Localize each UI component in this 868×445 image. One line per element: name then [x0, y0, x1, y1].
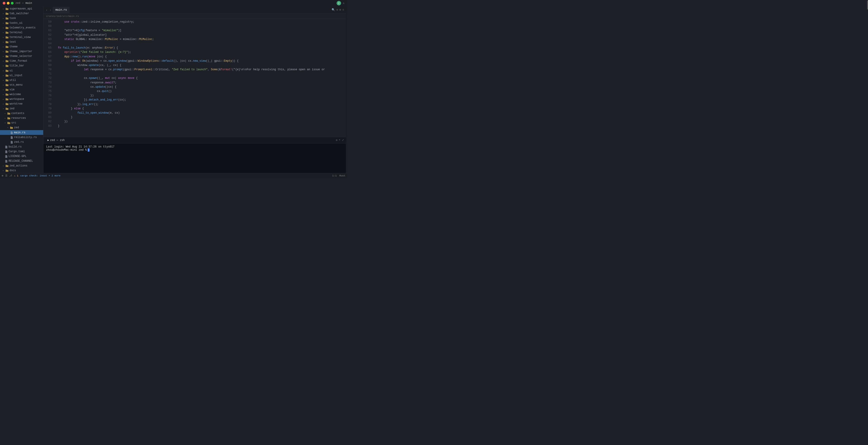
sidebar-item-tab_switcher[interactable]: ▸tab_switcher: [0, 11, 43, 16]
sidebar-item-docs[interactable]: ▸docs: [0, 168, 43, 173]
file-icon: [10, 140, 13, 144]
sidebar-item-main-rs[interactable]: main.rs: [0, 130, 43, 135]
terminal-add-icon[interactable]: +: [339, 138, 340, 142]
sidebar-label: main.rs: [14, 131, 25, 134]
line-number: 62: [43, 33, 52, 37]
sidebar-item-zed[interactable]: ▾zed: [0, 125, 43, 130]
line-number: 67: [43, 55, 52, 59]
folder-icon: [5, 40, 8, 44]
sidebar-item-LICENSE-GPL[interactable]: LICENSE-GPL: [0, 154, 43, 159]
sidebar-item-supermaven_api[interactable]: ▸supermaven_api: [0, 6, 43, 11]
chevron-icon: ▾: [3, 107, 5, 110]
sidebar-label: LICENSE-GPL: [8, 155, 26, 158]
sidebar-item-resources[interactable]: ▸resources: [0, 116, 43, 121]
branch-icon[interactable]: ⎇: [9, 174, 12, 177]
close-button[interactable]: [3, 2, 5, 4]
terminal-content[interactable]: Last login: Wed Aug 21 14:37:26 on ttys0…: [43, 143, 346, 173]
sidebar-item-vim[interactable]: ▸vim: [0, 87, 43, 92]
sidebar-item-telemetry_events[interactable]: ▸telemetry_events: [0, 25, 43, 30]
sidebar-item-worktree[interactable]: ▸worktree: [0, 102, 43, 106]
layout-icon[interactable]: ⊞: [2, 174, 3, 177]
forward-button[interactable]: ›: [49, 8, 52, 12]
sidebar-item-ui_input[interactable]: ▸ui_input: [0, 73, 43, 78]
sidebar-item-zed[interactable]: ▾zed: [0, 106, 43, 111]
folder-icon: [5, 26, 8, 29]
settings-icon[interactable]: ⚙: [336, 8, 338, 11]
sidebar-item-text[interactable]: ▸text: [0, 40, 43, 44]
minimize-button[interactable]: [7, 2, 9, 4]
menu-icon[interactable]: ≡: [342, 8, 344, 11]
sidebar-label: src: [11, 121, 16, 125]
tab-bar: ‹ › main.rs 🔍 ⚙ ⊞ ≡: [43, 6, 346, 13]
code-line: cx.update(|cx| {: [58, 85, 346, 89]
back-button[interactable]: ‹: [45, 8, 48, 12]
sidebar-item-theme_selector[interactable]: ▸theme_selector: [0, 54, 43, 59]
line-numbers: 5960616263646566676869707172737475767778…: [43, 19, 54, 137]
folder-icon: [5, 88, 8, 91]
split-icon[interactable]: ⊞: [340, 8, 341, 11]
sidebar-item-util[interactable]: ▸util: [0, 78, 43, 82]
outline-icon[interactable]: ☰: [5, 174, 7, 177]
language-label[interactable]: Rust: [340, 174, 345, 177]
title-bar: zed — main Z ∧: [0, 0, 347, 6]
code-line: let response = cx.prompt(gpui::PromptLev…: [58, 68, 346, 72]
title-filename: main: [26, 2, 32, 5]
code-lines: use crate::zed::inline_completion_regist…: [54, 19, 346, 137]
chevron-icon: ▾: [7, 127, 9, 129]
sidebar-label: vcs_menu: [9, 83, 23, 87]
code-line: "attr">#[cfg(feature = "mimalloc")]: [58, 29, 346, 33]
editor-scroll[interactable]: 5960616263646566676869707172737475767778…: [43, 19, 346, 137]
maximize-button[interactable]: [11, 2, 13, 4]
sidebar-label: worktree: [9, 102, 23, 105]
chevron-icon: ▸: [3, 31, 5, 34]
terminal-prompt-line: zhou@zhoudeMac-mini zed %: [46, 148, 343, 151]
tab-label: main.rs: [55, 8, 67, 11]
sidebar-item-reliability-rs[interactable]: reliability.rs: [0, 135, 43, 140]
sidebar-item-Cargo-toml[interactable]: Cargo.toml: [0, 149, 43, 154]
sidebar-item-terminal[interactable]: ▸terminal: [0, 30, 43, 35]
sidebar-item-zed_actions[interactable]: ▸zed_actions: [0, 164, 43, 168]
sidebar-item-tasks_ui[interactable]: ▸tasks_ui: [0, 21, 43, 25]
folder-icon: [5, 107, 8, 110]
chevron-icon: ▸: [3, 74, 5, 76]
chevron-icon: ▸: [3, 165, 5, 167]
sidebar-item-vcs_menu[interactable]: ▸vcs_menu: [0, 82, 43, 87]
sidebar-item-theme[interactable]: ▸theme: [0, 44, 43, 49]
sidebar-item-title_bar[interactable]: ▸title_bar: [0, 64, 43, 68]
chevron-icon: ▾: [4, 122, 7, 124]
sidebar-label: theme_selector: [9, 55, 32, 58]
chevron-icon: ▸: [3, 36, 5, 38]
tab-main-rs[interactable]: main.rs: [53, 7, 69, 13]
sidebar-label: terminal_view: [9, 36, 31, 39]
avatar[interactable]: Z: [337, 1, 341, 5]
terminal-tab[interactable]: ▶ zed — zsh: [45, 138, 67, 143]
folder-icon: [5, 164, 8, 167]
sidebar-item-build-rs[interactable]: build.rs: [0, 144, 43, 149]
cargo-status[interactable]: cargo check: inout + 2 more: [20, 174, 60, 177]
sidebar-item-workspace[interactable]: ▸workspace: [0, 97, 43, 101]
sidebar-item-ui[interactable]: ▸ui: [0, 68, 43, 73]
sidebar-item-task[interactable]: ▸task: [0, 16, 43, 21]
sidebar-label: task: [9, 17, 16, 20]
sidebar-item-zed-rs[interactable]: zed.rs: [0, 140, 43, 144]
expand-icon[interactable]: ∧: [343, 2, 344, 5]
sidebar-item-welcome[interactable]: ▸welcome: [0, 92, 43, 97]
sidebar-label: Cargo.toml: [8, 150, 25, 153]
sidebar-item-src[interactable]: ▾src: [0, 121, 43, 125]
search-icon[interactable]: 🔍: [332, 8, 335, 11]
sidebar-item-theme_importer[interactable]: ▸theme_importer: [0, 49, 43, 54]
sidebar-label: tab_switcher: [9, 12, 29, 15]
sidebar-item-RELEASE_CHANNEL[interactable]: RELEASE_CHANNEL: [0, 159, 43, 164]
sidebar-item-terminal_view[interactable]: ▸terminal_view: [0, 35, 43, 39]
diag-warning[interactable]: ⚠ 1: [14, 174, 19, 177]
terminal-expand-icon[interactable]: ⤢: [342, 138, 344, 142]
sidebar-item-time_format[interactable]: ▸time_format: [0, 59, 43, 64]
sidebar-label: build.rs: [8, 145, 22, 148]
terminal-settings-icon[interactable]: ⚙: [336, 138, 338, 142]
terminal-cursor: [88, 148, 90, 151]
sidebar-item-contents[interactable]: ▸contents: [0, 111, 43, 116]
line-number: 66: [43, 50, 52, 55]
minimap: [346, 6, 347, 173]
folder-icon: [7, 116, 10, 120]
terminal-panel: ▶ zed — zsh ⚙ + ⤢ Last login: Wed Aug 21…: [43, 137, 346, 173]
